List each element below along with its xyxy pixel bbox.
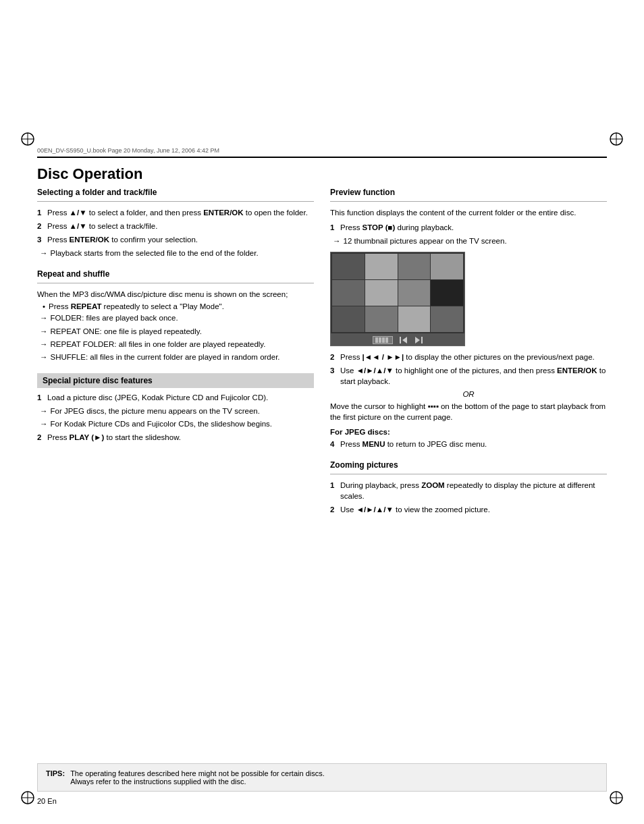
section-heading-zoom: Zooming pictures bbox=[330, 460, 607, 470]
preview-cell bbox=[332, 306, 365, 332]
repeat-intro: When the MP3 disc/WMA disc/picture disc … bbox=[37, 289, 314, 300]
section-divider-zoom bbox=[330, 474, 607, 474]
section-repeat-shuffle: Repeat and shuffle When the MP3 disc/WMA… bbox=[37, 269, 314, 362]
section-heading-preview: Preview function bbox=[330, 188, 607, 197]
tips-box: TIPS: The operating features described h… bbox=[37, 763, 607, 792]
special-steps-list-2: 2 Press PLAY (►) to start the slideshow. bbox=[37, 432, 314, 443]
ctrl-box bbox=[382, 337, 385, 343]
preview-cell bbox=[398, 306, 431, 332]
bullet-item: • Press REPEAT repeatedly to select a "P… bbox=[43, 302, 314, 310]
list-item: 1 Press ▲/▼ to select a folder, and then… bbox=[37, 207, 314, 218]
preview-cell bbox=[431, 280, 463, 306]
preview-cell bbox=[365, 306, 398, 332]
section-heading-repeat: Repeat and shuffle bbox=[37, 269, 314, 279]
tips-label: TIPS: bbox=[46, 769, 65, 786]
prev-icon bbox=[402, 337, 407, 344]
section-divider-1 bbox=[37, 201, 314, 202]
next-icon bbox=[415, 337, 420, 344]
ctrl-nav bbox=[400, 337, 423, 344]
list-item: 4 Press MENU to return to JPEG disc menu… bbox=[330, 439, 607, 449]
section-divider-preview bbox=[330, 201, 607, 202]
list-item: 3 Use ◄/►/▲/▼ to highlight one of the pi… bbox=[330, 365, 607, 387]
arrow-item: → REPEAT ONE: one file is played repeate… bbox=[40, 326, 314, 337]
folder-steps-list: 1 Press ▲/▼ to select a folder, and then… bbox=[37, 207, 314, 245]
jpeg-steps-list: 4 Press MENU to return to JPEG disc menu… bbox=[330, 439, 607, 449]
page-title: Disc Operation bbox=[37, 165, 142, 183]
left-column: Selecting a folder and track/file 1 Pres… bbox=[37, 188, 314, 757]
reg-mark-bottom-right bbox=[609, 790, 624, 807]
top-rule bbox=[37, 157, 607, 158]
section-selecting-folder: Selecting a folder and track/file 1 Pres… bbox=[37, 188, 314, 258]
right-column: Preview function This function displays … bbox=[330, 188, 607, 757]
section-zooming: Zooming pictures 1 During playback, pres… bbox=[330, 460, 607, 515]
section-preview: Preview function This function displays … bbox=[330, 188, 607, 449]
list-item: 1 Press STOP (■) during playback. bbox=[330, 222, 607, 233]
tips-text: The operating features described here mi… bbox=[70, 769, 325, 786]
list-item: 2 Press ▲/▼ to select a track/file. bbox=[37, 221, 314, 231]
reg-mark-top-left bbox=[20, 132, 35, 148]
ctrl-box bbox=[379, 337, 381, 343]
special-picture-heading-box: Special picture disc features bbox=[37, 373, 314, 388]
list-item: 2 Press PLAY (►) to start the slideshow. bbox=[37, 432, 314, 443]
preview-image bbox=[330, 252, 465, 346]
jpeg-discs-heading: For JPEG discs: bbox=[330, 428, 607, 436]
ctrl-bar bbox=[421, 337, 423, 344]
preview-cell bbox=[398, 254, 431, 279]
section-heading-special: Special picture disc features bbox=[43, 376, 308, 385]
list-item: 2 Use ◄/►/▲/▼ to view the zoomed picture… bbox=[330, 504, 607, 515]
list-item: 1 Load a picture disc (JPEG, Kodak Pictu… bbox=[37, 392, 314, 403]
arrow-item: → FOLDER: files are played back once. bbox=[40, 312, 314, 323]
preview-intro: This function displays the content of th… bbox=[330, 207, 607, 218]
arrow-item: → REPEAT FOLDER: all files in one folder… bbox=[40, 339, 314, 350]
reg-mark-top-right bbox=[609, 132, 624, 148]
page-wrapper: 00EN_DV-S5950_U.book Page 20 Monday, Jun… bbox=[0, 0, 644, 824]
arrow-item: → For JPEG discs, the picture menu appea… bbox=[40, 406, 314, 416]
content-area: Selecting a folder and track/file 1 Pres… bbox=[37, 188, 607, 757]
file-header: 00EN_DV-S5950_U.book Page 20 Monday, Jun… bbox=[37, 147, 219, 154]
list-item: 2 Press |◄◄ / ►►| to display the other p… bbox=[330, 352, 607, 362]
preview-steps-list-2: 2 Press |◄◄ / ►►| to display the other p… bbox=[330, 352, 607, 387]
move-cursor-text: Move the cursor to highlight ▪▪▪▪ on the… bbox=[330, 401, 607, 422]
preview-cell bbox=[365, 254, 398, 279]
preview-cell bbox=[431, 254, 463, 279]
arrow-item: → For Kodak Picture CDs and Fujicolor CD… bbox=[40, 418, 314, 429]
preview-grid bbox=[331, 252, 464, 333]
preview-steps-list: 1 Press STOP (■) during playback. bbox=[330, 222, 607, 233]
reg-mark-bottom-left bbox=[20, 790, 35, 807]
ctrl-box bbox=[385, 337, 388, 343]
special-steps-list: 1 Load a picture disc (JPEG, Kodak Pictu… bbox=[37, 392, 314, 403]
section-special-picture: Special picture disc features 1 Load a p… bbox=[37, 373, 314, 443]
preview-controls bbox=[331, 333, 464, 346]
arrow-item: → SHUFFLE: all files in the current fold… bbox=[40, 352, 314, 362]
ctrl-bar bbox=[400, 337, 401, 344]
arrow-item: → 12 thumbnail pictures appear on the TV… bbox=[333, 236, 607, 246]
or-text: OR bbox=[330, 390, 607, 398]
section-divider-2 bbox=[37, 283, 314, 283]
list-item: 3 Press ENTER/OK to confirm your selecti… bbox=[37, 234, 314, 245]
preview-cell bbox=[365, 280, 398, 306]
preview-cell bbox=[332, 254, 365, 279]
preview-cell bbox=[398, 280, 431, 306]
preview-cell bbox=[431, 306, 463, 332]
list-item: 1 During playback, press ZOOM repeatedly… bbox=[330, 480, 607, 501]
section-heading-folder: Selecting a folder and track/file bbox=[37, 188, 314, 197]
ctrl-box bbox=[375, 337, 378, 343]
arrow-item: → Playback starts from the selected file… bbox=[40, 248, 314, 258]
page-number: 20 En bbox=[37, 797, 57, 805]
zoom-steps-list: 1 During playback, press ZOOM repeatedly… bbox=[330, 480, 607, 515]
preview-cell bbox=[332, 280, 365, 306]
